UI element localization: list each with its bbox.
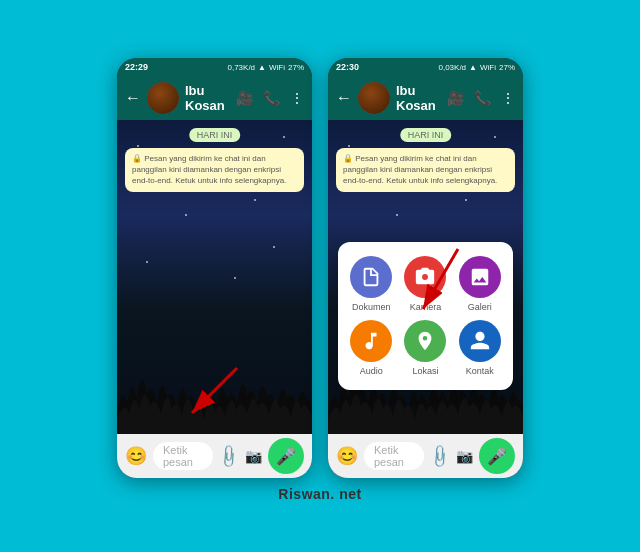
phone-right: 22:30 0,03K/d ▲ WiFi 27% ← Ibu Kosan 🎥 📞… xyxy=(328,58,523,478)
phone-left: 22:29 0,73K/d ▲ WiFi 27% ← Ibu Kosan 🎥 📞… xyxy=(117,58,312,478)
header-icons-left: 🎥 📞 ⋮ xyxy=(236,90,304,106)
video-call-icon-r[interactable]: 🎥 xyxy=(447,90,464,106)
emoji-button-left[interactable]: 😊 xyxy=(125,445,147,467)
lokasi-circle xyxy=(404,320,446,362)
attach-kamera[interactable]: Kamera xyxy=(402,256,448,312)
date-badge-right: HARI INI xyxy=(400,128,452,142)
footer-text: Riswan. net xyxy=(278,486,361,502)
chat-header-left: ← Ibu Kosan 🎥 📞 ⋮ xyxy=(117,76,312,120)
attachment-button-right[interactable]: 📎 xyxy=(426,442,454,470)
back-button-left[interactable]: ← xyxy=(125,89,141,107)
wifi-icon: WiFi xyxy=(269,63,285,72)
camera-button-right[interactable]: 📷 xyxy=(456,448,473,464)
mic-button-left[interactable]: 🎤 xyxy=(268,438,304,474)
battery-right: 27% xyxy=(499,63,515,72)
network-right: 0,03K/d xyxy=(438,63,466,72)
kamera-label: Kamera xyxy=(410,302,442,312)
time-left: 22:29 xyxy=(125,62,148,72)
phones-container: 22:29 0,73K/d ▲ WiFi 27% ← Ibu Kosan 🎥 📞… xyxy=(117,58,523,478)
signal-icon: ▲ xyxy=(258,63,266,72)
video-call-icon[interactable]: 🎥 xyxy=(236,90,253,106)
battery-left: 27% xyxy=(288,63,304,72)
attachment-menu: Dokumen Kamera Galeri xyxy=(338,242,513,390)
audio-label: Audio xyxy=(360,366,383,376)
info-msg-left[interactable]: 🔒 Pesan yang dikirim ke chat ini dan pan… xyxy=(125,148,304,192)
input-bar-right: 😊 Ketik pesan 📎 📷 🎤 xyxy=(328,434,523,478)
galeri-label: Galeri xyxy=(468,302,492,312)
signal-icon-r: ▲ xyxy=(469,63,477,72)
dokumen-circle xyxy=(350,256,392,298)
network-left: 0,73K/d xyxy=(227,63,255,72)
kamera-circle xyxy=(404,256,446,298)
header-icons-right: 🎥 📞 ⋮ xyxy=(447,90,515,106)
avatar-left xyxy=(147,82,179,114)
grass-left xyxy=(117,344,312,434)
status-bar-left: 22:29 0,73K/d ▲ WiFi 27% xyxy=(117,58,312,76)
contact-name-right: Ibu Kosan xyxy=(396,83,441,113)
attach-kontak[interactable]: Kontak xyxy=(457,320,503,376)
dokumen-label: Dokumen xyxy=(352,302,391,312)
call-icon[interactable]: 📞 xyxy=(263,90,280,106)
message-input-right[interactable]: Ketik pesan xyxy=(364,442,424,470)
emoji-button-right[interactable]: 😊 xyxy=(336,445,358,467)
avatar-right xyxy=(358,82,390,114)
chat-body-left: HARI INI 🔒 Pesan yang dikirim ke chat in… xyxy=(117,120,312,434)
more-options-icon-r[interactable]: ⋮ xyxy=(501,90,515,106)
info-msg-right[interactable]: 🔒 Pesan yang dikirim ke chat ini dan pan… xyxy=(336,148,515,192)
input-bar-left: 😊 Ketik pesan 📎 📷 🎤 xyxy=(117,434,312,478)
attach-grid: Dokumen Kamera Galeri xyxy=(348,256,503,376)
status-icons-right: 0,03K/d ▲ WiFi 27% xyxy=(438,63,515,72)
status-icons-left: 0,73K/d ▲ WiFi 27% xyxy=(227,63,304,72)
kontak-circle xyxy=(459,320,501,362)
contact-name-left: Ibu Kosan xyxy=(185,83,230,113)
chat-body-right: HARI INI 🔒 Pesan yang dikirim ke chat in… xyxy=(328,120,523,434)
call-icon-r[interactable]: 📞 xyxy=(474,90,491,106)
attachment-button-left[interactable]: 📎 xyxy=(215,442,243,470)
back-button-right[interactable]: ← xyxy=(336,89,352,107)
audio-circle xyxy=(350,320,392,362)
date-badge-left: HARI INI xyxy=(189,128,241,142)
message-input-left[interactable]: Ketik pesan xyxy=(153,442,213,470)
status-bar-right: 22:30 0,03K/d ▲ WiFi 27% xyxy=(328,58,523,76)
kontak-label: Kontak xyxy=(466,366,494,376)
mic-button-right[interactable]: 🎤 xyxy=(479,438,515,474)
wifi-icon-r: WiFi xyxy=(480,63,496,72)
attach-lokasi[interactable]: Lokasi xyxy=(402,320,448,376)
attach-galeri[interactable]: Galeri xyxy=(457,256,503,312)
galeri-circle xyxy=(459,256,501,298)
attach-audio[interactable]: Audio xyxy=(348,320,394,376)
chat-header-right: ← Ibu Kosan 🎥 📞 ⋮ xyxy=(328,76,523,120)
time-right: 22:30 xyxy=(336,62,359,72)
camera-button-left[interactable]: 📷 xyxy=(245,448,262,464)
lokasi-label: Lokasi xyxy=(412,366,438,376)
attach-dokumen[interactable]: Dokumen xyxy=(348,256,394,312)
more-options-icon[interactable]: ⋮ xyxy=(290,90,304,106)
